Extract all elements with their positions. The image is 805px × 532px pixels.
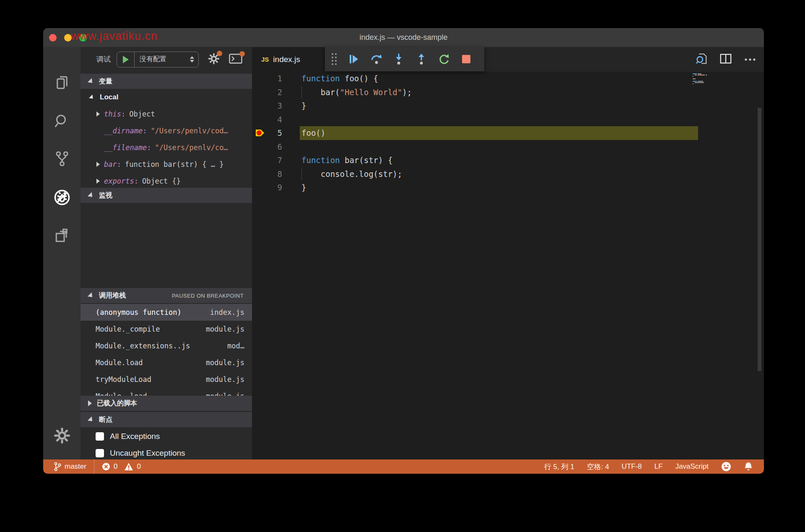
statusbar-item[interactable]: 空格: 4	[587, 462, 609, 472]
variables-section-header[interactable]: 变量	[80, 74, 252, 89]
call-stack-frame[interactable]: Module._loadmodule.js	[80, 388, 252, 396]
line-content: }	[301, 101, 306, 110]
tab-label: index.js	[273, 55, 300, 64]
variables-section-title: 变量	[99, 77, 112, 86]
line-content: function foo() {	[301, 74, 378, 83]
statusbar-item[interactable]: UTF-8	[622, 462, 642, 471]
source-control-icon[interactable]	[43, 144, 80, 173]
frame-file: module.js	[200, 325, 244, 333]
breakpoint-gutter[interactable]	[252, 113, 266, 127]
statusbar-right: 行 5, 列 1空格: 4UTF-8LFJavaScript	[544, 462, 753, 472]
code-line[interactable]: 1function foo() {	[252, 72, 764, 86]
call-stack-frame[interactable]: Module._extensions..jsmod…	[80, 337, 252, 354]
chevron-expanded-icon	[89, 94, 95, 100]
breakpoint-gutter[interactable]	[252, 181, 266, 195]
minimap[interactable]	[693, 73, 717, 84]
search-icon[interactable]	[43, 106, 80, 136]
breakpoint-gutter[interactable]	[252, 126, 266, 140]
code-line[interactable]: 5foo()	[252, 126, 764, 140]
settings-gear-icon[interactable]	[43, 421, 80, 450]
code-line[interactable]: 7function bar(str) {	[252, 153, 764, 167]
breakpoint-gutter[interactable]	[252, 167, 266, 181]
extensions-icon[interactable]	[43, 221, 80, 250]
feedback-smiley-icon[interactable]	[721, 462, 731, 472]
split-editor-icon[interactable]	[719, 52, 732, 67]
line-number: 9	[266, 183, 282, 192]
variable-row[interactable]: bar:function bar(str) { … }	[80, 156, 252, 173]
step-over-button[interactable]	[365, 47, 388, 71]
code-area[interactable]: 1function foo() {2 bar("Hello World");3}…	[252, 72, 764, 195]
more-actions-icon[interactable]	[744, 56, 756, 63]
variable-colon: :	[134, 177, 138, 185]
call-stack-frame[interactable]: Module.loadmodule.js	[80, 354, 252, 371]
debug-console-button[interactable]	[229, 53, 242, 66]
line-number: 8	[266, 169, 282, 179]
open-changes-search-icon[interactable]	[695, 52, 708, 67]
code-line[interactable]: 8 console.log(str);	[252, 167, 764, 181]
code-line[interactable]: 9}	[252, 181, 764, 195]
step-into-button[interactable]	[387, 47, 410, 71]
restart-button[interactable]	[433, 47, 455, 71]
step-out-button[interactable]	[410, 47, 433, 71]
code-line[interactable]: 3}	[252, 99, 764, 113]
breakpoint-gutter[interactable]	[252, 99, 266, 113]
frame-function: (anonymous function)	[96, 308, 182, 317]
call-stack-frame[interactable]: (anonymous function)index.js	[80, 304, 252, 321]
configure-gear-button[interactable]	[208, 53, 220, 66]
breakpoint-gutter[interactable]	[252, 153, 266, 167]
breakpoint-gutter[interactable]	[252, 86, 266, 99]
line-number: 2	[266, 88, 282, 97]
breakpoint-gutter[interactable]	[252, 140, 266, 154]
checkbox[interactable]	[96, 449, 104, 457]
frame-function: Module._compile	[96, 325, 160, 333]
frame-file: module.js	[200, 358, 244, 367]
variable-row[interactable]: this:Object	[80, 106, 252, 122]
continue-button[interactable]	[343, 47, 365, 71]
code-line[interactable]: 2 bar("Hello World");	[252, 86, 764, 99]
code-line[interactable]: 4	[252, 113, 764, 127]
call-stack-section-header[interactable]: 调用堆栈 PAUSED ON BREAKPOINT	[80, 288, 252, 303]
problems-item[interactable]: 0 0	[102, 462, 141, 471]
statusbar-item[interactable]: LF	[654, 462, 663, 471]
debug-icon[interactable]	[43, 183, 80, 212]
variable-row[interactable]: exports:Object {}	[80, 173, 252, 188]
variable-row[interactable]: __dirname:"/Users/penlv/cod…	[80, 122, 252, 139]
breakpoint-gutter[interactable]	[252, 72, 266, 86]
notifications-bell-icon[interactable]	[744, 462, 753, 472]
start-debug-button[interactable]	[117, 52, 135, 67]
loaded-scripts-section-header[interactable]: 已载入的脚本	[80, 396, 252, 411]
call-stack-frame[interactable]: tryModuleLoadmodule.js	[80, 371, 252, 388]
code-line[interactable]: 6	[252, 140, 764, 154]
watermark-text: www.javatiku.cn	[71, 30, 158, 43]
stop-button[interactable]	[455, 47, 478, 71]
variable-colon: :	[143, 127, 147, 135]
warnings-count: 0	[137, 462, 140, 471]
variable-name: bar	[104, 160, 117, 169]
statusbar-item[interactable]: JavaScript	[675, 462, 709, 471]
variable-name: exports	[104, 177, 134, 185]
variable-name: __filename	[104, 143, 147, 152]
chevron-expanded-icon	[88, 416, 94, 423]
statusbar-divider	[94, 459, 94, 474]
breakpoint-row[interactable]: All Exceptions	[80, 428, 252, 445]
tab-indexjs[interactable]: JS index.js	[252, 47, 325, 72]
debug-panel-title: 调试	[96, 54, 111, 64]
scope-row-local[interactable]: Local	[80, 89, 252, 106]
watch-section-header[interactable]: 监视	[80, 188, 252, 203]
chevron-collapsed-icon	[88, 400, 92, 406]
js-file-icon: JS	[261, 56, 269, 63]
line-number: 5	[266, 128, 282, 138]
variables-list: Local this:Object__dirname:"/Users/penlv…	[80, 89, 252, 188]
scrollbar[interactable]	[758, 108, 761, 371]
git-branch-item[interactable]: master	[54, 462, 86, 471]
breakpoint-row[interactable]: Uncaught Exceptions	[80, 445, 252, 459]
chevron-collapsed-icon	[96, 112, 100, 117]
call-stack-frame[interactable]: Module._compilemodule.js	[80, 321, 252, 337]
breakpoints-section-header[interactable]: 断点	[80, 412, 252, 427]
debug-configuration-dropdown[interactable]: 没有配置	[117, 52, 199, 67]
toolbar-drag-handle[interactable]	[332, 53, 337, 65]
explorer-icon[interactable]	[43, 68, 80, 97]
checkbox[interactable]	[96, 432, 104, 441]
variable-row[interactable]: __filename:"/Users/penlv/co…	[80, 139, 252, 156]
statusbar-item[interactable]: 行 5, 列 1	[544, 462, 574, 472]
